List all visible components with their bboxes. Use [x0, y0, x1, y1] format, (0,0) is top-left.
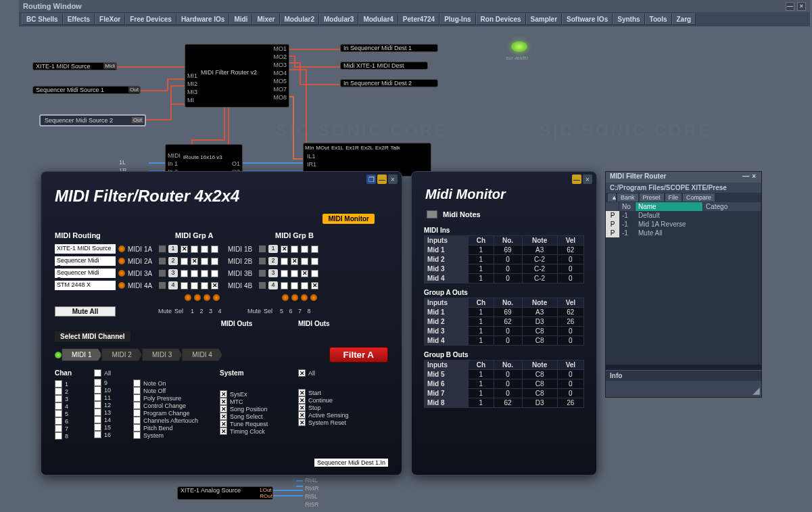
- grid-checkbox[interactable]: [201, 282, 208, 289]
- chk-chan-11[interactable]: [94, 394, 101, 401]
- grid-checkbox[interactable]: [301, 282, 308, 289]
- midi-monitor-panel[interactable]: — × Midi Monitor Midi Notes MIDI InsInpu…: [411, 171, 597, 475]
- toolbar-modular4[interactable]: Modular4: [358, 14, 398, 25]
- node-xite1-midi-source[interactable]: XITE-1 MIDI Source Midi: [32, 62, 117, 70]
- preset-window[interactable]: MIDI Filter Router —× C:/Program Files/S…: [605, 171, 762, 398]
- chk-continue[interactable]: [298, 396, 306, 404]
- chk-note-off[interactable]: [133, 387, 141, 394]
- tab-file[interactable]: File: [665, 193, 683, 202]
- grid-checkbox[interactable]: [291, 282, 298, 289]
- grid-checkbox[interactable]: [281, 258, 288, 265]
- toolbar-flexor[interactable]: FleXor: [95, 14, 125, 25]
- chk-chan-15[interactable]: [94, 423, 101, 431]
- grid-checkbox[interactable]: [191, 270, 198, 277]
- routing-window-titlebar[interactable]: Routing Window — ×: [19, 0, 810, 12]
- chk-chan-1[interactable]: [55, 380, 62, 388]
- preset-row[interactable]: P -1 Mid 1A Reverse: [606, 220, 761, 229]
- chk-control-change[interactable]: [133, 402, 141, 409]
- col-category[interactable]: Catego: [703, 202, 761, 211]
- filter-a-button[interactable]: Filter A: [329, 347, 388, 363]
- node-seq-midi-dest-1[interactable]: In Sequencer Midi Dest 1: [340, 44, 438, 52]
- mute-toggle[interactable]: [159, 270, 166, 277]
- resize-handle-icon[interactable]: ◢: [753, 385, 760, 396]
- close-icon[interactable]: ×: [750, 172, 757, 180]
- mute-toggle[interactable]: [259, 246, 266, 252]
- node-seq-midi-source-1[interactable]: Sequencer Midi Source 1 Out: [32, 86, 141, 94]
- node-seq-midi-source-2[interactable]: Sequencer Midi Source 2 Out: [39, 114, 146, 126]
- chk-chan-8[interactable]: [55, 432, 62, 440]
- midi-filter-router-panel[interactable]: ❐ — × MIDI Filter/Router 4x2x4 MIDI Moni…: [41, 171, 402, 475]
- toolbar-ron-devices[interactable]: Ron Devices: [476, 14, 526, 25]
- tab-preset[interactable]: Preset: [639, 193, 665, 202]
- grid-checkbox[interactable]: [301, 246, 308, 253]
- source-name[interactable]: Sequencer Midi Sour: [55, 256, 116, 266]
- mute-all-button[interactable]: Mute All: [55, 306, 116, 317]
- chk-channels-aftertouch[interactable]: [133, 417, 141, 424]
- tab-midi-1[interactable]: MIDI 1: [62, 348, 101, 361]
- chk-sys-all[interactable]: [298, 369, 306, 377]
- mute-toggle[interactable]: [159, 282, 166, 289]
- grid-checkbox[interactable]: [301, 270, 308, 277]
- mute-toggle[interactable]: [259, 258, 266, 264]
- chk-chan-3[interactable]: [55, 395, 62, 402]
- toolbar-sampler[interactable]: Sampler: [526, 14, 562, 25]
- toolbar-free-devices[interactable]: Free Devices: [125, 14, 176, 25]
- source-name[interactable]: XITE-1 MIDI Source: [55, 244, 116, 254]
- grid-checkbox[interactable]: [201, 246, 208, 253]
- mute-toggle[interactable]: [259, 270, 266, 277]
- grid-checkbox[interactable]: [211, 270, 218, 277]
- panel-close-icon[interactable]: ×: [388, 174, 398, 184]
- node-xite1-analog-source[interactable]: XITE-1 Analog Source LOutROut: [177, 486, 273, 500]
- midi-monitor-badge[interactable]: MIDI Monitor: [323, 214, 375, 224]
- toolbar-midi[interactable]: Midi: [229, 14, 252, 25]
- grid-checkbox[interactable]: [201, 270, 208, 277]
- col-name[interactable]: Name: [636, 202, 703, 211]
- panel-minimize-icon[interactable]: —: [572, 174, 581, 184]
- panel-close-icon[interactable]: ×: [583, 174, 592, 184]
- toolbar-mixer[interactable]: Mixer: [252, 14, 279, 25]
- grid-checkbox[interactable]: [211, 246, 218, 253]
- chk-chan-6[interactable]: [55, 417, 62, 425]
- chk-tune-request[interactable]: [220, 420, 227, 427]
- chk-timing-clock[interactable]: [220, 427, 227, 435]
- grid-checkbox[interactable]: [191, 258, 198, 265]
- chk-system-reset[interactable]: [298, 419, 306, 426]
- grid-checkbox[interactable]: [291, 246, 298, 253]
- chk-chan-7[interactable]: [55, 425, 62, 432]
- grid-checkbox[interactable]: [311, 282, 318, 289]
- grid-checkbox[interactable]: [311, 270, 318, 277]
- chk-poly-pressure[interactable]: [133, 394, 141, 402]
- chk-mtc[interactable]: [220, 398, 227, 405]
- grid-checkbox[interactable]: [301, 258, 308, 265]
- chk-sysex[interactable]: [220, 390, 227, 398]
- panel-copy-icon[interactable]: ❐: [366, 174, 376, 184]
- toolbar-tools[interactable]: Tools: [645, 14, 672, 25]
- toolbar-software-ios[interactable]: Software IOs: [562, 14, 613, 25]
- tab-midi-2[interactable]: MIDI 2: [101, 348, 141, 361]
- mute-toggle[interactable]: [159, 258, 166, 264]
- grid-checkbox[interactable]: [311, 246, 318, 253]
- chk-active-sensing[interactable]: [298, 411, 306, 419]
- toolbar-effects[interactable]: Effects: [63, 14, 95, 25]
- chk-pitch-bend[interactable]: [133, 424, 141, 432]
- tab-midi-3[interactable]: MIDI 3: [142, 348, 182, 361]
- grid-checkbox[interactable]: [281, 246, 288, 253]
- grid-checkbox[interactable]: [281, 270, 288, 277]
- source-name[interactable]: Sequencer Midi Sour: [55, 269, 116, 278]
- chk-chan-12[interactable]: [94, 401, 101, 409]
- grid-checkbox[interactable]: [311, 258, 318, 265]
- grid-checkbox[interactable]: [191, 282, 198, 289]
- midi-notes-toggle[interactable]: [427, 210, 437, 218]
- minimize-icon[interactable]: —: [786, 2, 794, 11]
- node-seq-midi-dest-2[interactable]: In Sequencer Midi Dest 2: [340, 79, 438, 87]
- col-no[interactable]: No: [619, 202, 636, 211]
- tab-compare[interactable]: Compare: [682, 193, 715, 202]
- grid-checkbox[interactable]: [211, 258, 218, 265]
- toolbar-hardware-ios[interactable]: Hardware IOs: [176, 14, 229, 25]
- tab-midi-4[interactable]: MIDI 4: [182, 348, 222, 361]
- chk-chan-14[interactable]: [94, 416, 101, 423]
- toolbar-modular3[interactable]: Modular3: [319, 14, 358, 25]
- close-icon[interactable]: ×: [797, 2, 806, 11]
- minimize-icon[interactable]: —: [741, 172, 750, 180]
- chk-chan-9[interactable]: [94, 379, 101, 386]
